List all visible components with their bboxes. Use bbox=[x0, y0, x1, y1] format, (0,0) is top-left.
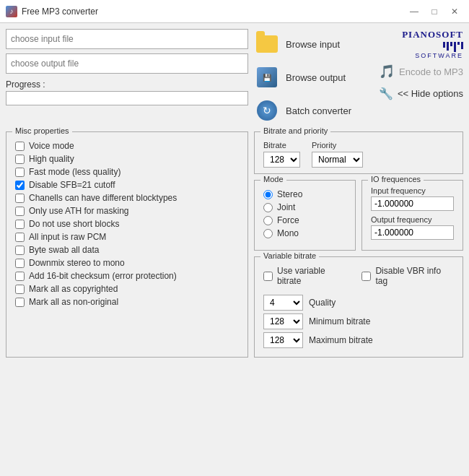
mode-radio-mono[interactable] bbox=[263, 229, 273, 238]
title-bar: ♪ Free MP3 converter — □ ✕ bbox=[0, 0, 469, 23]
vbr-top: Use variable bitrate Disable VBR info ta… bbox=[263, 263, 454, 289]
title-controls[interactable]: — □ ✕ bbox=[406, 4, 463, 19]
use-vbr-label: Use variable bitrate bbox=[277, 266, 350, 286]
use-vbr-checkbox[interactable] bbox=[263, 272, 273, 281]
mode-radio-row: Stereo bbox=[263, 189, 346, 199]
main-content: Progress : Browse input bbox=[0, 23, 469, 363]
misc-checkbox-9[interactable] bbox=[15, 259, 25, 268]
mode-radio-row: Mono bbox=[263, 228, 346, 238]
priority-label: Priority bbox=[312, 141, 363, 150]
pianosoft-bars bbox=[402, 42, 463, 52]
misc-checkbox-row: Add 16-bit checksum (error protection) bbox=[15, 271, 239, 281]
vbr-max-label: Maximum bitrate bbox=[309, 335, 373, 345]
vbr-panel: Variable bitrate Use variable bitrate Di… bbox=[254, 256, 463, 358]
io-panel: IO frequences Input frequency Output fre… bbox=[361, 180, 463, 251]
encode-button[interactable]: Encode to MP3 bbox=[399, 66, 463, 77]
bitrate-panel-title: Bitrate and priority bbox=[260, 126, 330, 135]
window-title: Free MP3 converter bbox=[22, 7, 98, 17]
misc-checkbox-label-1: High quality bbox=[29, 154, 74, 164]
browse-input-button[interactable]: Browse input bbox=[286, 39, 340, 50]
input-file-field[interactable] bbox=[6, 29, 248, 49]
minimize-button[interactable]: — bbox=[406, 4, 423, 19]
file-inputs: Progress : bbox=[6, 29, 248, 126]
disable-vbr-checkbox[interactable] bbox=[361, 272, 371, 281]
input-freq-field[interactable] bbox=[371, 196, 454, 211]
bottom-section: Misc properties Voice modeHigh qualityFa… bbox=[6, 131, 463, 358]
output-freq-field[interactable] bbox=[371, 225, 454, 240]
hide-options-button[interactable]: << Hide options bbox=[398, 88, 463, 99]
misc-checkbox-8[interactable] bbox=[15, 246, 25, 255]
actions-col: Browse input 💾 Browse output bbox=[254, 29, 351, 126]
bitrate-panel: Bitrate and priority Bitrate 32404856648… bbox=[254, 131, 463, 174]
progress-label: Progress : bbox=[6, 79, 248, 90]
mode-radio-row: Joint bbox=[263, 202, 346, 212]
output-file-field[interactable] bbox=[6, 53, 248, 74]
misc-checkbox-row: Chanells can have different blocktypes bbox=[15, 193, 239, 203]
misc-checkbox-label-2: Fast mode (less quality) bbox=[29, 167, 120, 177]
encode-icon: 🎵 bbox=[379, 64, 395, 79]
progress-section: Progress : bbox=[6, 79, 248, 105]
misc-checkbox-label-10: Add 16-bit checksum (error protection) bbox=[29, 271, 177, 281]
misc-checkbox-row: Mark all as copyrighted bbox=[15, 284, 239, 294]
vbr-quality-select[interactable]: 123456789 bbox=[263, 295, 303, 311]
misc-checkbox-label-12: Mark all as non-original bbox=[29, 297, 118, 307]
bitrate-col: Bitrate 32404856648096112128160192224256… bbox=[263, 141, 300, 168]
io-panel-title: IO frequences bbox=[368, 175, 424, 183]
misc-checkbox-10[interactable] bbox=[15, 272, 25, 281]
logo-encode-section: PIANOSOFT SOFTWARE 🎵 Enco bbox=[379, 29, 463, 100]
misc-checkbox-11[interactable] bbox=[15, 285, 25, 294]
folder-icon-container bbox=[254, 31, 280, 57]
mode-radio-label-force: Force bbox=[277, 215, 299, 225]
use-vbr-row: Use variable bitrate bbox=[263, 266, 350, 286]
misc-properties-title: Misc properties bbox=[12, 126, 72, 135]
mode-radio-force[interactable] bbox=[263, 216, 273, 225]
maximize-button[interactable]: □ bbox=[426, 4, 443, 19]
misc-checkbox-row: All input is raw PCM bbox=[15, 232, 239, 242]
misc-checkbox-0[interactable] bbox=[15, 142, 25, 151]
vbr-max-select[interactable]: 32404856648096112128160192224256320 bbox=[263, 332, 303, 348]
misc-checkbox-2[interactable] bbox=[15, 168, 25, 177]
batch-icon-container: ↻ bbox=[254, 98, 280, 124]
misc-checkbox-row: Only use ATH for masking bbox=[15, 206, 239, 216]
vbr-min-select[interactable]: 32404856648096112128160192224256320 bbox=[263, 313, 303, 329]
misc-checkbox-label-7: All input is raw PCM bbox=[29, 232, 106, 242]
mode-radio-stereo[interactable] bbox=[263, 190, 273, 199]
misc-checkbox-label-4: Chanells can have different blocktypes bbox=[29, 193, 177, 203]
misc-checkbox-label-5: Only use ATH for masking bbox=[29, 206, 129, 216]
browse-input-row: Browse input bbox=[254, 29, 351, 59]
title-left: ♪ Free MP3 converter bbox=[6, 6, 98, 17]
misc-checkbox-3[interactable] bbox=[15, 181, 25, 190]
priority-select[interactable]: LowestLowNormalHighHighest bbox=[312, 152, 363, 168]
misc-checkbox-12[interactable] bbox=[15, 298, 25, 307]
batch-converter-button[interactable]: Batch converter bbox=[286, 105, 351, 116]
bitrate-select[interactable]: 32404856648096112128160192224256320 bbox=[263, 152, 300, 168]
output-freq-label: Output frequency bbox=[371, 215, 454, 224]
output-file-row bbox=[6, 53, 248, 74]
mode-panel: Mode StereoJointForceMono bbox=[254, 180, 356, 251]
misc-checkbox-label-6: Do not use short blocks bbox=[29, 219, 119, 229]
browse-output-row: 💾 Browse output bbox=[254, 62, 351, 92]
disk-icon-container: 💾 bbox=[254, 64, 280, 90]
pianosoft-sub: SOFTWARE bbox=[402, 52, 463, 59]
misc-checkbox-row: Fast mode (less quality) bbox=[15, 167, 239, 177]
misc-checkbox-label-0: Voice mode bbox=[29, 141, 74, 151]
misc-checkbox-4[interactable] bbox=[15, 194, 25, 203]
misc-checkbox-row: High quality bbox=[15, 154, 239, 164]
misc-checkbox-6[interactable] bbox=[15, 220, 25, 229]
vbr-quality-label: Quality bbox=[309, 298, 336, 308]
input-file-row bbox=[6, 29, 248, 49]
close-button[interactable]: ✕ bbox=[446, 4, 463, 19]
misc-checkbox-5[interactable] bbox=[15, 207, 25, 216]
mode-radio-joint[interactable] bbox=[263, 203, 273, 212]
misc-checkbox-row: Disable SFB=21 cutoff bbox=[15, 180, 239, 190]
vbr-min-row: 32404856648096112128160192224256320 Mini… bbox=[263, 313, 454, 329]
disk-icon: 💾 bbox=[257, 67, 277, 87]
right-top: Browse input 💾 Browse output bbox=[254, 29, 463, 126]
top-section: Progress : Browse input bbox=[6, 29, 463, 126]
right-panels: Bitrate and priority Bitrate 32404856648… bbox=[254, 131, 463, 358]
misc-checkbox-7[interactable] bbox=[15, 233, 25, 242]
misc-checkbox-1[interactable] bbox=[15, 155, 25, 164]
misc-checkbox-row: Mark all as non-original bbox=[15, 297, 239, 307]
vbr-min-label: Minimum bitrate bbox=[309, 316, 370, 326]
browse-output-button[interactable]: Browse output bbox=[286, 72, 346, 83]
